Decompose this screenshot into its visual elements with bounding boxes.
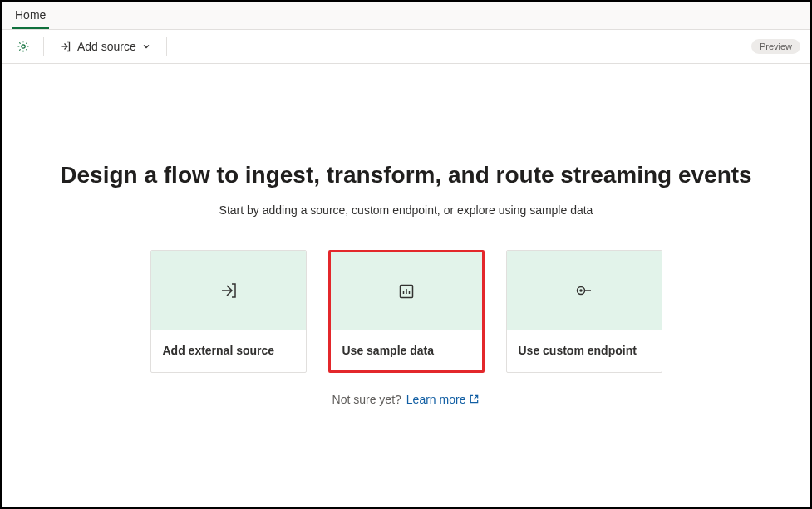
tab-home[interactable]: Home [12,2,49,29]
custom-endpoint-icon [575,281,593,300]
svg-point-0 [22,45,25,48]
toolbar: Add source Preview [2,30,810,64]
add-source-label: Add source [77,40,136,53]
card-icon-area [331,252,482,330]
learn-more-link[interactable]: Learn more [406,393,480,406]
cards-row: Add external source Use sample data [150,250,662,373]
add-source-icon [59,40,72,53]
preview-badge: Preview [751,39,800,54]
card-icon-area [151,251,306,330]
toolbar-divider [166,37,167,56]
not-sure-text: Not sure yet? [332,393,401,406]
add-source-button[interactable]: Add source [52,37,158,56]
card-label: Use sample data [331,330,482,370]
main-content: Design a flow to ingest, transform, and … [2,64,810,503]
learn-more-label: Learn more [406,393,466,406]
card-use-sample-data[interactable]: Use sample data [328,250,485,373]
svg-point-3 [580,290,582,291]
tabs-bar: Home [2,2,810,30]
card-label: Add external source [151,330,306,370]
external-source-icon [219,281,238,300]
settings-button[interactable] [12,35,35,58]
page-subheading: Start by adding a source, custom endpoin… [219,203,593,217]
chevron-down-icon [141,42,151,51]
external-link-icon [469,394,480,404]
card-use-custom-endpoint[interactable]: Use custom endpoint [506,250,662,373]
gear-icon [17,40,30,53]
sample-data-icon [398,283,415,300]
page-heading: Design a flow to ingest, transform, and … [60,162,751,188]
card-label: Use custom endpoint [507,330,662,370]
card-add-external-source[interactable]: Add external source [150,250,307,373]
footer-text: Not sure yet? Learn more [332,393,480,406]
card-icon-area [507,251,662,330]
toolbar-divider [43,37,44,56]
